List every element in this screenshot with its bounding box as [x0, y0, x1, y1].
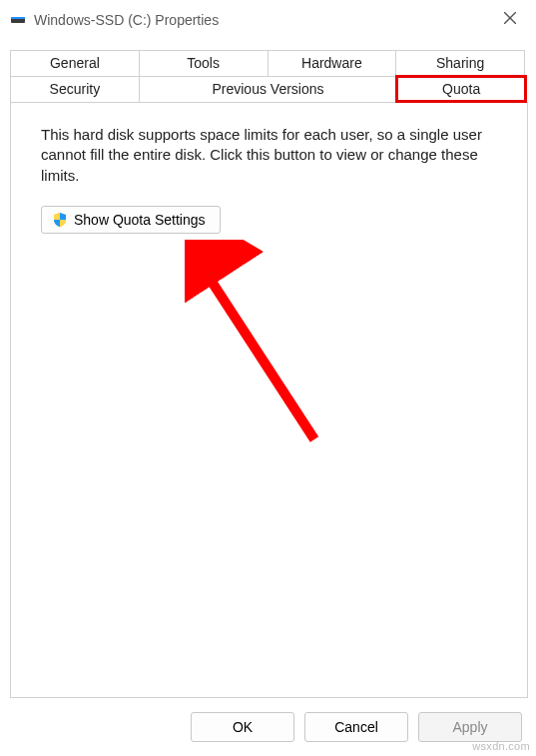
titlebar: Windows-SSD (C:) Properties: [0, 0, 536, 40]
drive-icon: [10, 12, 26, 28]
watermark: wsxdn.com: [472, 740, 530, 752]
tab-hardware[interactable]: Hardware: [268, 50, 397, 76]
dialog-body: General Tools Hardware Sharing Security …: [10, 50, 528, 698]
window-title: Windows-SSD (C:) Properties: [34, 12, 219, 28]
tab-quota[interactable]: Quota: [396, 76, 526, 102]
tab-general[interactable]: General: [10, 50, 140, 76]
tabs-row-1: General Tools Hardware Sharing: [10, 50, 528, 76]
tab-security[interactable]: Security: [10, 76, 140, 102]
tab-previous-versions[interactable]: Previous Versions: [139, 76, 398, 102]
cancel-button[interactable]: Cancel: [304, 712, 408, 742]
shield-icon: [52, 212, 68, 228]
svg-rect-1: [11, 17, 25, 19]
show-quota-settings-button[interactable]: Show Quota Settings: [41, 206, 221, 234]
show-quota-settings-label: Show Quota Settings: [74, 212, 206, 228]
tab-panel-quota: This hard disk supports space limits for…: [10, 102, 528, 698]
quota-description: This hard disk supports space limits for…: [41, 125, 497, 186]
apply-button[interactable]: Apply: [418, 712, 522, 742]
ok-button[interactable]: OK: [191, 712, 294, 742]
close-button[interactable]: [490, 2, 530, 34]
dialog-footer: OK Cancel Apply: [191, 712, 522, 742]
tab-tools[interactable]: Tools: [139, 50, 268, 76]
tab-sharing[interactable]: Sharing: [395, 50, 525, 76]
tabs-row-2: Security Previous Versions Quota: [10, 76, 528, 102]
